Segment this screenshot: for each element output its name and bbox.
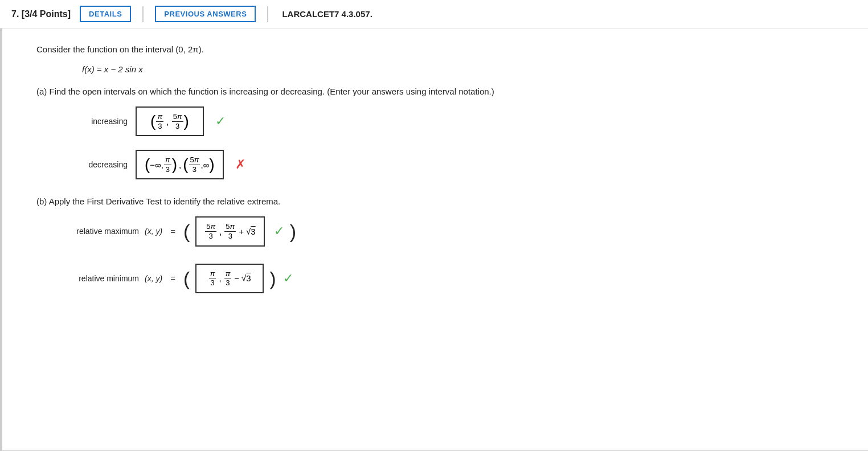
outer-paren-max-close: ) <box>290 222 296 241</box>
part-a-label: (a) Find the open intervals on which the… <box>36 87 834 96</box>
5pi-over-3-dec: 5π 3 <box>189 155 200 174</box>
rel-max-equals: = <box>170 227 175 236</box>
comma-max: , <box>219 227 222 236</box>
decreasing-label: decreasing <box>59 160 128 169</box>
comma-dec: , <box>179 160 181 170</box>
pi-over-3-inc: π 3 <box>156 112 163 130</box>
divider-2 <box>267 6 268 22</box>
divider-1 <box>142 6 144 22</box>
intro-text: Consider the function on the interval (0… <box>36 44 834 54</box>
close-paren-inc: ) <box>184 113 189 129</box>
pi-over-3-min-x: π 3 <box>209 269 216 288</box>
q-points: [3/4 Points] <box>22 9 71 19</box>
decreasing-row: decreasing ( −∞, π 3 ) , ( 5π 3 ,∞ <box>59 150 834 179</box>
part-a-rows: increasing ( π 3 , 5π 3 ) ✓ <box>59 106 834 179</box>
rel-min-equals: = <box>170 273 175 283</box>
details-button[interactable]: DETAILS <box>80 6 131 22</box>
rel-min-answer-box[interactable]: π 3 , π 3 − √3 <box>195 264 264 293</box>
part-b-label: (b) Apply the First Derivative Test to i… <box>36 196 834 206</box>
rel-max-row: relative maximum (x, y) = ( 5π 3 , 5π 3 … <box>59 216 834 246</box>
part-b-text: (b) Apply the First Derivative Test to i… <box>36 196 280 206</box>
comma-inf-dec: ,∞ <box>200 160 209 170</box>
question-number: 7. [3/4 Points] <box>11 9 71 19</box>
open-paren-dec1: ( <box>145 157 150 173</box>
page-container: 7. [3/4 Points] DETAILS PREVIOUS ANSWERS… <box>0 0 868 451</box>
5pi-over-3-max-x: 5π 3 <box>205 222 216 240</box>
increasing-label: increasing <box>59 117 128 126</box>
pi-over-3-min-y: π 3 <box>224 269 232 288</box>
header-bar: 7. [3/4 Points] DETAILS PREVIOUS ANSWERS… <box>0 0 868 28</box>
neg-inf: −∞, <box>150 160 163 170</box>
content-area: Consider the function on the interval (0… <box>0 28 868 450</box>
function-text: f(x) = x − 2 sin x <box>82 64 143 74</box>
5pi-over-3-max-y: 5π 3 <box>224 222 236 240</box>
decreasing-answer-box[interactable]: ( −∞, π 3 ) , ( 5π 3 ,∞ ) <box>136 150 224 179</box>
rel-max-checkmark: ✓ <box>274 224 284 239</box>
close-paren-dec1: ) <box>172 157 177 173</box>
previous-answers-button[interactable]: PREVIOUS ANSWERS <box>155 6 256 22</box>
sqrt3-max: √3 <box>246 227 256 236</box>
comma-inc: , <box>164 117 171 126</box>
pi-over-3-dec: π 3 <box>164 155 171 174</box>
close-paren-dec2: ) <box>209 157 214 173</box>
rel-min-row: relative minimum (x, y) = ( π 3 , π 3 − … <box>59 264 834 293</box>
part-b-rows: relative maximum (x, y) = ( 5π 3 , 5π 3 … <box>59 216 834 293</box>
part-a-text: (a) Find the open intervals on which the… <box>36 87 494 96</box>
minus-min: − <box>234 273 239 283</box>
rel-max-answer-box[interactable]: 5π 3 , 5π 3 + √3 <box>195 216 264 246</box>
open-paren-inc: ( <box>150 113 155 129</box>
outer-paren-min-close: ) <box>269 269 276 288</box>
comma-min: , <box>219 273 221 283</box>
open-paren-dec2: ( <box>183 157 188 173</box>
rel-min-label: relative minimum <box>59 274 139 283</box>
q-num: 7. <box>11 9 19 19</box>
increasing-checkmark: ✓ <box>215 114 226 129</box>
increasing-row: increasing ( π 3 , 5π 3 ) ✓ <box>59 106 834 136</box>
function-display: f(x) = x − 2 sin x <box>82 64 834 74</box>
plus-max: + <box>239 227 244 236</box>
5pi-over-3-inc: 5π 3 <box>172 112 183 130</box>
decreasing-cross: ✗ <box>235 157 245 172</box>
rel-max-label: relative maximum <box>59 227 139 236</box>
increasing-answer-box[interactable]: ( π 3 , 5π 3 ) <box>136 106 204 136</box>
outer-paren-max-open: ( <box>183 222 190 241</box>
rel-min-checkmark: ✓ <box>283 271 293 286</box>
sqrt3-min: √3 <box>241 273 251 283</box>
rel-min-xy: (x, y) <box>145 274 162 283</box>
rel-max-xy: (x, y) <box>145 227 162 236</box>
outer-paren-min-open: ( <box>183 269 190 288</box>
problem-code: LARCALCET7 4.3.057. <box>282 9 372 19</box>
